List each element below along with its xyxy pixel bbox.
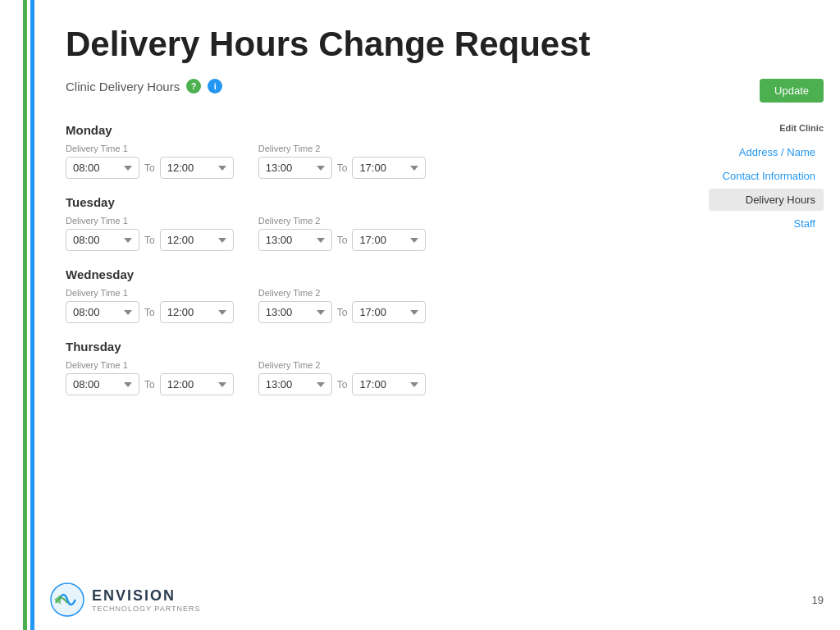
day-block-monday: MondayDelivery Time 108:0009:0010:0011:0… bbox=[66, 123, 692, 179]
logo-text: ENVISION TECHNOLOGY PARTNERS bbox=[92, 587, 201, 613]
dt1-label-tuesday: Delivery Time 1 bbox=[66, 216, 234, 226]
dt1-time-row-monday: 08:0009:0010:0011:0012:0013:0014:0015:00… bbox=[66, 157, 234, 179]
dt2-to-select-tuesday[interactable]: 08:0009:0010:0011:0012:0013:0014:0015:00… bbox=[352, 229, 426, 251]
dt1-to-select-monday[interactable]: 08:0009:0010:0011:0012:0013:0014:0015:00… bbox=[160, 157, 234, 179]
dt2-to-label-wednesday: To bbox=[337, 307, 348, 318]
delivery-time-cols-wednesday: Delivery Time 108:0009:0010:0011:0012:00… bbox=[66, 288, 692, 323]
dt2-label-monday: Delivery Time 2 bbox=[258, 144, 427, 153]
dt1-label-thursday: Delivery Time 1 bbox=[66, 360, 234, 370]
sidebar: Edit Clinic Address / NameContact Inform… bbox=[709, 123, 824, 412]
logo-icon bbox=[49, 582, 85, 618]
dt1-from-select-monday[interactable]: 08:0009:0010:0011:0012:0013:0014:0015:00… bbox=[66, 157, 139, 179]
dt1-time-row-thursday: 08:0009:0010:0011:0012:0013:0014:0015:00… bbox=[66, 373, 234, 395]
left-bar-green bbox=[23, 0, 27, 630]
dt2-to-select-monday[interactable]: 08:0009:0010:0011:0012:0013:0014:0015:00… bbox=[352, 157, 426, 179]
day-label-thursday: Thursday bbox=[66, 340, 692, 354]
section-header: Clinic Delivery Hours ? i bbox=[66, 79, 222, 94]
dt1-to-select-thursday[interactable]: 08:0009:0010:0011:0012:0013:0014:0015:00… bbox=[160, 373, 234, 395]
dt1-to-label-monday: To bbox=[144, 162, 155, 174]
dt2-from-select-monday[interactable]: 08:0009:0010:0011:0012:0013:0014:0015:00… bbox=[258, 157, 332, 179]
dt2-to-select-wednesday[interactable]: 08:0009:0010:0011:0012:0013:0014:0015:00… bbox=[352, 301, 426, 323]
dt1-to-select-tuesday[interactable]: 08:0009:0010:0011:0012:0013:0014:0015:00… bbox=[160, 229, 234, 251]
sidebar-link-delivery-hours[interactable]: Delivery Hours bbox=[709, 189, 824, 211]
day-block-tuesday: TuesdayDelivery Time 108:0009:0010:0011:… bbox=[66, 195, 692, 251]
dt1-to-label-tuesday: To bbox=[144, 235, 155, 246]
logo-area: ENVISION TECHNOLOGY PARTNERS bbox=[49, 582, 201, 618]
dt2-label-thursday: Delivery Time 2 bbox=[258, 360, 427, 370]
dt1-label-wednesday: Delivery Time 1 bbox=[66, 288, 234, 298]
day-label-wednesday: Wednesday bbox=[66, 267, 692, 281]
dt1-time-row-wednesday: 08:0009:0010:0011:0012:0013:0014:0015:00… bbox=[66, 301, 234, 323]
delivery-time-cols-tuesday: Delivery Time 108:0009:0010:0011:0012:00… bbox=[66, 216, 692, 251]
page-number: 19 bbox=[812, 594, 824, 606]
dt1-label-monday: Delivery Time 1 bbox=[66, 144, 234, 153]
day-label-tuesday: Tuesday bbox=[66, 195, 692, 209]
sidebar-header: Edit Clinic bbox=[709, 123, 824, 133]
dt2-from-select-tuesday[interactable]: 08:0009:0010:0011:0012:0013:0014:0015:00… bbox=[258, 229, 332, 251]
sidebar-link-address-/-name[interactable]: Address / Name bbox=[709, 141, 824, 163]
left-bar-blue bbox=[30, 0, 34, 630]
sidebar-links: Address / NameContact InformationDeliver… bbox=[709, 141, 824, 235]
dt1-to-label-thursday: To bbox=[144, 379, 155, 390]
dt2-time-row-tuesday: 08:0009:0010:0011:0012:0013:0014:0015:00… bbox=[258, 229, 427, 251]
footer: ENVISION TECHNOLOGY PARTNERS 19 bbox=[49, 582, 824, 618]
dt1-time-row-tuesday: 08:0009:0010:0011:0012:0013:0014:0015:00… bbox=[66, 229, 234, 251]
info-icon[interactable]: i bbox=[208, 79, 222, 94]
day-block-thursday: ThursdayDelivery Time 108:0009:0010:0011… bbox=[66, 340, 692, 395]
dt1-col-monday: Delivery Time 108:0009:0010:0011:0012:00… bbox=[66, 144, 234, 179]
main-container: Delivery Hours Change Request Clinic Del… bbox=[49, 0, 840, 630]
dt1-col-wednesday: Delivery Time 108:0009:0010:0011:0012:00… bbox=[66, 288, 234, 323]
dt2-time-row-thursday: 08:0009:0010:0011:0012:0013:0014:0015:00… bbox=[258, 373, 427, 395]
sidebar-link-contact-information[interactable]: Contact Information bbox=[709, 165, 824, 187]
content-area: MondayDelivery Time 108:0009:0010:0011:0… bbox=[66, 123, 824, 412]
dt1-to-label-wednesday: To bbox=[144, 307, 155, 318]
dt2-col-tuesday: Delivery Time 208:0009:0010:0011:0012:00… bbox=[258, 216, 427, 251]
delivery-time-cols-monday: Delivery Time 108:0009:0010:0011:0012:00… bbox=[66, 144, 692, 179]
dt1-from-select-wednesday[interactable]: 08:0009:0010:0011:0012:0013:0014:0015:00… bbox=[66, 301, 139, 323]
update-button[interactable]: Update bbox=[760, 79, 824, 103]
dt2-label-wednesday: Delivery Time 2 bbox=[258, 288, 427, 298]
dt2-time-row-wednesday: 08:0009:0010:0011:0012:0013:0014:0015:00… bbox=[258, 301, 427, 323]
page-title: Delivery Hours Change Request bbox=[66, 25, 824, 64]
clinic-delivery-hours-label: Clinic Delivery Hours bbox=[66, 80, 180, 94]
dt1-to-select-wednesday[interactable]: 08:0009:0010:0011:0012:0013:0014:0015:00… bbox=[160, 301, 234, 323]
dt1-col-thursday: Delivery Time 108:0009:0010:0011:0012:00… bbox=[66, 360, 234, 395]
dt2-col-wednesday: Delivery Time 208:0009:0010:0011:0012:00… bbox=[258, 288, 427, 323]
dt1-col-tuesday: Delivery Time 108:0009:0010:0011:0012:00… bbox=[66, 216, 234, 251]
company-subtitle: TECHNOLOGY PARTNERS bbox=[92, 605, 201, 613]
dt2-from-select-wednesday[interactable]: 08:0009:0010:0011:0012:0013:0014:0015:00… bbox=[258, 301, 332, 323]
form-section: MondayDelivery Time 108:0009:0010:0011:0… bbox=[66, 123, 692, 412]
dt2-to-select-thursday[interactable]: 08:0009:0010:0011:0012:0013:0014:0015:00… bbox=[352, 373, 426, 395]
dt2-from-select-thursday[interactable]: 08:0009:0010:0011:0012:0013:0014:0015:00… bbox=[258, 373, 332, 395]
dt2-col-thursday: Delivery Time 208:0009:0010:0011:0012:00… bbox=[258, 360, 427, 395]
dt2-to-label-thursday: To bbox=[337, 379, 348, 390]
dt2-time-row-monday: 08:0009:0010:0011:0012:0013:0014:0015:00… bbox=[258, 157, 427, 179]
question-icon[interactable]: ? bbox=[186, 79, 201, 94]
dt2-label-tuesday: Delivery Time 2 bbox=[258, 216, 427, 226]
header-row: Clinic Delivery Hours ? i Update bbox=[66, 79, 824, 107]
dt2-to-label-monday: To bbox=[337, 162, 348, 174]
dt1-from-select-tuesday[interactable]: 08:0009:0010:0011:0012:0013:0014:0015:00… bbox=[66, 229, 139, 251]
day-label-monday: Monday bbox=[66, 123, 692, 137]
company-name: ENVISION bbox=[92, 587, 201, 605]
dt1-from-select-thursday[interactable]: 08:0009:0010:0011:0012:0013:0014:0015:00… bbox=[66, 373, 139, 395]
dt2-to-label-tuesday: To bbox=[337, 235, 348, 246]
dt2-col-monday: Delivery Time 208:0009:0010:0011:0012:00… bbox=[258, 144, 427, 179]
delivery-time-cols-thursday: Delivery Time 108:0009:0010:0011:0012:00… bbox=[66, 360, 692, 395]
sidebar-link-staff[interactable]: Staff bbox=[709, 212, 824, 235]
day-block-wednesday: WednesdayDelivery Time 108:0009:0010:001… bbox=[66, 267, 692, 323]
